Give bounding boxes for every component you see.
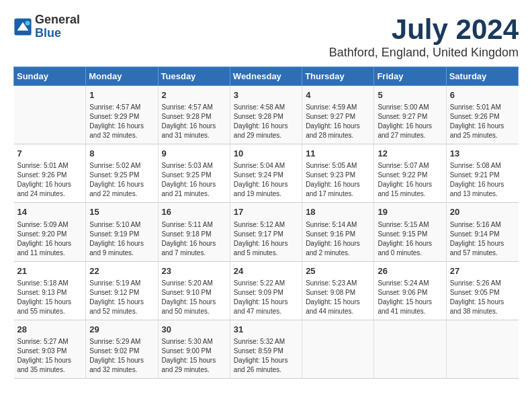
day-number: 19 bbox=[378, 206, 442, 218]
calendar-header-wednesday: Wednesday bbox=[230, 67, 302, 86]
day-info: Sunrise: 4:57 AM Sunset: 9:29 PM Dayligh… bbox=[89, 103, 154, 140]
calendar-cell bbox=[374, 320, 446, 378]
calendar-cell: 21Sunrise: 5:18 AM Sunset: 9:13 PM Dayli… bbox=[14, 261, 86, 320]
day-info: Sunrise: 4:57 AM Sunset: 9:28 PM Dayligh… bbox=[162, 103, 226, 140]
month-title: July 2024 bbox=[329, 13, 519, 46]
day-number: 6 bbox=[450, 89, 515, 101]
logo-icon bbox=[13, 17, 32, 36]
day-info: Sunrise: 4:59 AM Sunset: 9:27 PM Dayligh… bbox=[306, 103, 370, 140]
calendar-cell: 1Sunrise: 4:57 AM Sunset: 9:29 PM Daylig… bbox=[86, 86, 158, 144]
calendar-week-row: 21Sunrise: 5:18 AM Sunset: 9:13 PM Dayli… bbox=[14, 261, 519, 320]
calendar-cell: 24Sunrise: 5:22 AM Sunset: 9:09 PM Dayli… bbox=[230, 261, 302, 320]
day-number: 23 bbox=[162, 265, 226, 277]
day-number: 22 bbox=[89, 265, 154, 277]
day-number: 16 bbox=[162, 206, 226, 218]
calendar-cell: 3Sunrise: 4:58 AM Sunset: 9:28 PM Daylig… bbox=[230, 86, 302, 144]
day-info: Sunrise: 5:18 AM Sunset: 9:13 PM Dayligh… bbox=[17, 279, 83, 316]
calendar-cell: 19Sunrise: 5:15 AM Sunset: 9:15 PM Dayli… bbox=[374, 203, 446, 261]
calendar-cell bbox=[446, 320, 518, 378]
day-info: Sunrise: 5:01 AM Sunset: 9:26 PM Dayligh… bbox=[17, 161, 83, 199]
day-info: Sunrise: 5:16 AM Sunset: 9:14 PM Dayligh… bbox=[450, 220, 515, 258]
calendar-cell: 13Sunrise: 5:08 AM Sunset: 9:21 PM Dayli… bbox=[446, 144, 518, 203]
calendar-cell bbox=[302, 320, 374, 378]
day-number: 4 bbox=[306, 89, 370, 101]
calendar-table: SundayMondayTuesdayWednesdayThursdayFrid… bbox=[13, 66, 519, 379]
day-info: Sunrise: 5:04 AM Sunset: 9:24 PM Dayligh… bbox=[234, 161, 298, 199]
calendar-cell: 2Sunrise: 4:57 AM Sunset: 9:28 PM Daylig… bbox=[158, 86, 230, 144]
calendar-cell: 16Sunrise: 5:11 AM Sunset: 9:18 PM Dayli… bbox=[158, 203, 230, 261]
day-info: Sunrise: 5:12 AM Sunset: 9:17 PM Dayligh… bbox=[234, 220, 298, 258]
calendar-header-monday: Monday bbox=[86, 67, 158, 86]
calendar-cell: 9Sunrise: 5:03 AM Sunset: 9:25 PM Daylig… bbox=[158, 144, 230, 203]
day-info: Sunrise: 5:01 AM Sunset: 9:26 PM Dayligh… bbox=[450, 103, 515, 140]
day-info: Sunrise: 5:22 AM Sunset: 9:09 PM Dayligh… bbox=[234, 279, 298, 316]
day-number: 2 bbox=[162, 89, 226, 101]
calendar-cell: 5Sunrise: 5:00 AM Sunset: 9:27 PM Daylig… bbox=[374, 86, 446, 144]
day-info: Sunrise: 5:20 AM Sunset: 9:10 PM Dayligh… bbox=[162, 279, 226, 316]
day-number: 31 bbox=[234, 324, 298, 336]
day-number: 8 bbox=[89, 148, 154, 160]
day-info: Sunrise: 5:07 AM Sunset: 9:22 PM Dayligh… bbox=[378, 161, 442, 199]
calendar-cell: 6Sunrise: 5:01 AM Sunset: 9:26 PM Daylig… bbox=[446, 86, 518, 144]
calendar-cell: 11Sunrise: 5:05 AM Sunset: 9:23 PM Dayli… bbox=[302, 144, 374, 203]
day-info: Sunrise: 5:19 AM Sunset: 9:12 PM Dayligh… bbox=[89, 279, 154, 316]
calendar-cell: 20Sunrise: 5:16 AM Sunset: 9:14 PM Dayli… bbox=[446, 203, 518, 261]
logo-blue: Blue bbox=[35, 27, 80, 40]
calendar-cell: 29Sunrise: 5:29 AM Sunset: 9:02 PM Dayli… bbox=[86, 320, 158, 378]
day-number: 3 bbox=[234, 89, 298, 101]
day-number: 14 bbox=[17, 206, 83, 218]
calendar-cell: 8Sunrise: 5:02 AM Sunset: 9:25 PM Daylig… bbox=[86, 144, 158, 203]
calendar-cell: 28Sunrise: 5:27 AM Sunset: 9:03 PM Dayli… bbox=[14, 320, 86, 378]
day-info: Sunrise: 5:03 AM Sunset: 9:25 PM Dayligh… bbox=[162, 161, 226, 199]
day-number: 11 bbox=[306, 148, 370, 160]
day-info: Sunrise: 5:24 AM Sunset: 9:06 PM Dayligh… bbox=[378, 279, 442, 316]
day-number: 5 bbox=[378, 89, 442, 101]
day-info: Sunrise: 5:11 AM Sunset: 9:18 PM Dayligh… bbox=[162, 220, 226, 258]
day-number: 28 bbox=[17, 324, 83, 336]
page-header: General Blue July 2024 Bathford, England… bbox=[13, 13, 519, 60]
calendar-cell: 25Sunrise: 5:23 AM Sunset: 9:08 PM Dayli… bbox=[302, 261, 374, 320]
calendar-cell: 31Sunrise: 5:32 AM Sunset: 8:59 PM Dayli… bbox=[230, 320, 302, 378]
calendar-cell: 18Sunrise: 5:14 AM Sunset: 9:16 PM Dayli… bbox=[302, 203, 374, 261]
day-info: Sunrise: 5:09 AM Sunset: 9:20 PM Dayligh… bbox=[17, 220, 83, 258]
calendar-header-row: SundayMondayTuesdayWednesdayThursdayFrid… bbox=[14, 67, 519, 86]
calendar-cell: 22Sunrise: 5:19 AM Sunset: 9:12 PM Dayli… bbox=[86, 261, 158, 320]
day-number: 30 bbox=[162, 324, 226, 336]
day-number: 10 bbox=[234, 148, 298, 160]
calendar-week-row: 14Sunrise: 5:09 AM Sunset: 9:20 PM Dayli… bbox=[14, 203, 519, 261]
calendar-header-saturday: Saturday bbox=[446, 67, 518, 86]
day-info: Sunrise: 4:58 AM Sunset: 9:28 PM Dayligh… bbox=[234, 103, 298, 140]
day-number: 1 bbox=[89, 89, 154, 101]
day-info: Sunrise: 5:02 AM Sunset: 9:25 PM Dayligh… bbox=[89, 161, 154, 199]
calendar-header-sunday: Sunday bbox=[14, 67, 86, 86]
calendar-cell: 23Sunrise: 5:20 AM Sunset: 9:10 PM Dayli… bbox=[158, 261, 230, 320]
day-info: Sunrise: 5:23 AM Sunset: 9:08 PM Dayligh… bbox=[306, 279, 370, 316]
calendar-cell: 26Sunrise: 5:24 AM Sunset: 9:06 PM Dayli… bbox=[374, 261, 446, 320]
logo-text: General Blue bbox=[35, 13, 80, 40]
calendar-header-tuesday: Tuesday bbox=[158, 67, 230, 86]
day-info: Sunrise: 5:00 AM Sunset: 9:27 PM Dayligh… bbox=[378, 103, 442, 140]
title-area: July 2024 Bathford, England, United King… bbox=[329, 13, 519, 60]
calendar-cell bbox=[14, 86, 86, 144]
calendar-cell: 30Sunrise: 5:30 AM Sunset: 9:00 PM Dayli… bbox=[158, 320, 230, 378]
calendar-cell: 27Sunrise: 5:26 AM Sunset: 9:05 PM Dayli… bbox=[446, 261, 518, 320]
day-number: 24 bbox=[234, 265, 298, 277]
calendar-cell: 4Sunrise: 4:59 AM Sunset: 9:27 PM Daylig… bbox=[302, 86, 374, 144]
day-number: 18 bbox=[306, 206, 370, 218]
day-info: Sunrise: 5:05 AM Sunset: 9:23 PM Dayligh… bbox=[306, 161, 370, 199]
calendar-cell: 10Sunrise: 5:04 AM Sunset: 9:24 PM Dayli… bbox=[230, 144, 302, 203]
day-number: 29 bbox=[89, 324, 154, 336]
calendar-cell: 7Sunrise: 5:01 AM Sunset: 9:26 PM Daylig… bbox=[14, 144, 86, 203]
day-number: 12 bbox=[378, 148, 442, 160]
calendar-header-friday: Friday bbox=[374, 67, 446, 86]
day-number: 9 bbox=[162, 148, 226, 160]
logo-general: General bbox=[35, 13, 80, 27]
day-number: 17 bbox=[234, 206, 298, 218]
calendar-cell: 17Sunrise: 5:12 AM Sunset: 9:17 PM Dayli… bbox=[230, 203, 302, 261]
calendar-cell: 14Sunrise: 5:09 AM Sunset: 9:20 PM Dayli… bbox=[14, 203, 86, 261]
day-info: Sunrise: 5:29 AM Sunset: 9:02 PM Dayligh… bbox=[89, 337, 154, 375]
day-info: Sunrise: 5:32 AM Sunset: 8:59 PM Dayligh… bbox=[234, 337, 298, 375]
logo: General Blue bbox=[13, 13, 80, 40]
day-info: Sunrise: 5:08 AM Sunset: 9:21 PM Dayligh… bbox=[450, 161, 515, 199]
calendar-week-row: 1Sunrise: 4:57 AM Sunset: 9:29 PM Daylig… bbox=[14, 86, 519, 144]
